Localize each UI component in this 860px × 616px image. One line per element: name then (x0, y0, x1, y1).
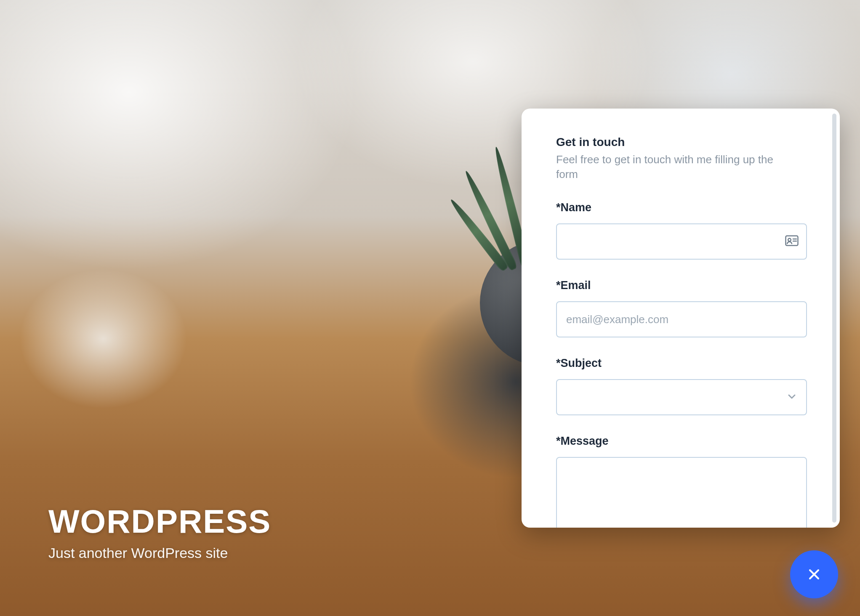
close-icon (806, 566, 823, 583)
site-tagline: Just another WordPress site (48, 545, 271, 561)
subject-label: *Subject (556, 357, 807, 370)
panel-scrollbar[interactable] (832, 114, 836, 523)
site-identity: WORDPRESS Just another WordPress site (48, 502, 271, 561)
email-input[interactable] (556, 301, 807, 337)
message-label: *Message (556, 435, 807, 448)
contact-form-panel: Get in touch Feel free to get in touch w… (522, 109, 840, 528)
site-title: WORDPRESS (48, 502, 271, 541)
close-button[interactable] (790, 550, 838, 598)
name-label: *Name (556, 201, 807, 214)
form-title: Get in touch (556, 135, 807, 149)
form-subtitle: Feel free to get in touch with me fillin… (556, 152, 792, 182)
email-label: *Email (556, 279, 807, 292)
message-textarea[interactable] (556, 457, 807, 528)
subject-select[interactable] (556, 379, 807, 415)
name-input[interactable] (556, 223, 807, 260)
